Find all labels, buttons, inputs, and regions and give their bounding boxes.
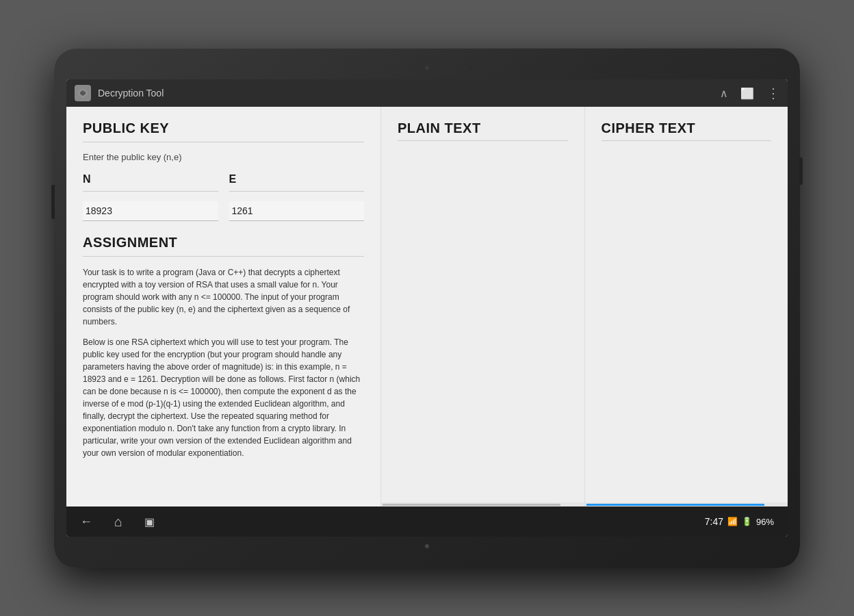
e-label: E [229, 173, 365, 185]
key-row: N E [83, 173, 364, 221]
plain-scroll-thumb [383, 504, 560, 506]
assignment-title: ASSIGNMENT [83, 235, 364, 251]
assignment-body: Your task is to write a program (Java or… [83, 266, 364, 459]
status-time: 7:47 [705, 516, 723, 527]
n-field-group: N [83, 173, 218, 221]
more-icon[interactable]: ⋮ [766, 85, 779, 101]
nav-buttons: ← ⌂ ▣ [80, 514, 155, 530]
back-button[interactable]: ← [80, 515, 92, 529]
recent-button[interactable]: ▣ [144, 515, 155, 528]
app-icon [75, 85, 91, 101]
plain-text-panel: PLAIN TEXT [381, 107, 585, 502]
cipher-text-title: CIPHER TEXT [601, 120, 772, 136]
assignment-para2: Below is one RSA ciphertext which you wi… [83, 336, 364, 459]
tablet-top-bar [66, 60, 788, 79]
app-title-bar: Decryption Tool ∧ ⬜ ⋮ [66, 79, 788, 107]
assignment-divider [83, 256, 364, 257]
public-key-divider [83, 142, 364, 142]
wifi-icon: 📶 [727, 517, 738, 526]
copy-icon[interactable]: ⬜ [740, 87, 754, 100]
assignment-section: ASSIGNMENT Your task is to write a progr… [83, 235, 364, 459]
n-input[interactable] [83, 201, 218, 221]
cipher-text-input[interactable] [601, 149, 772, 489]
n-divider [83, 191, 218, 192]
tablet-screen: Decryption Tool ∧ ⬜ ⋮ PUBLIC KEY Enter t… [66, 79, 788, 537]
assignment-para1: Your task is to write a program (Java or… [83, 266, 364, 328]
camera-dot [425, 66, 429, 70]
bottom-bar: ← ⌂ ▣ 7:47 📶 🔋 96% [66, 506, 788, 537]
right-panels: PLAIN TEXT CIPHER TEXT [381, 107, 788, 506]
right-columns: PLAIN TEXT CIPHER TEXT [381, 107, 788, 502]
plain-text-input[interactable] [398, 149, 568, 489]
tablet-bottom-bar [66, 537, 788, 556]
minimize-icon[interactable]: ∧ [720, 87, 728, 100]
e-field-group: E [229, 173, 365, 221]
left-panel: PUBLIC KEY Enter the public key (n,e) N … [66, 107, 381, 506]
home-indicator [425, 544, 429, 548]
n-label: N [83, 173, 218, 185]
cipher-text-divider [601, 140, 772, 141]
status-right: 7:47 📶 🔋 96% [705, 516, 774, 527]
battery-percent: 96% [756, 517, 774, 527]
e-divider [229, 191, 365, 192]
cipher-text-panel: CIPHER TEXT [585, 107, 788, 502]
e-input[interactable] [229, 201, 365, 221]
cipher-scroll-thumb [586, 504, 764, 506]
battery-icon: 🔋 [742, 517, 752, 526]
speaker-dot [468, 66, 472, 70]
public-key-title: PUBLIC KEY [83, 120, 364, 136]
main-content: PUBLIC KEY Enter the public key (n,e) N … [66, 107, 788, 506]
public-key-subtitle: Enter the public key (n,e) [83, 152, 364, 162]
home-button[interactable]: ⌂ [114, 514, 122, 530]
public-key-section: PUBLIC KEY Enter the public key (n,e) N … [83, 120, 364, 221]
plain-text-divider [398, 140, 568, 141]
title-bar-actions: ∧ ⬜ ⋮ [720, 85, 779, 101]
plain-text-title: PLAIN TEXT [398, 120, 568, 136]
app-title: Decryption Tool [98, 88, 720, 99]
